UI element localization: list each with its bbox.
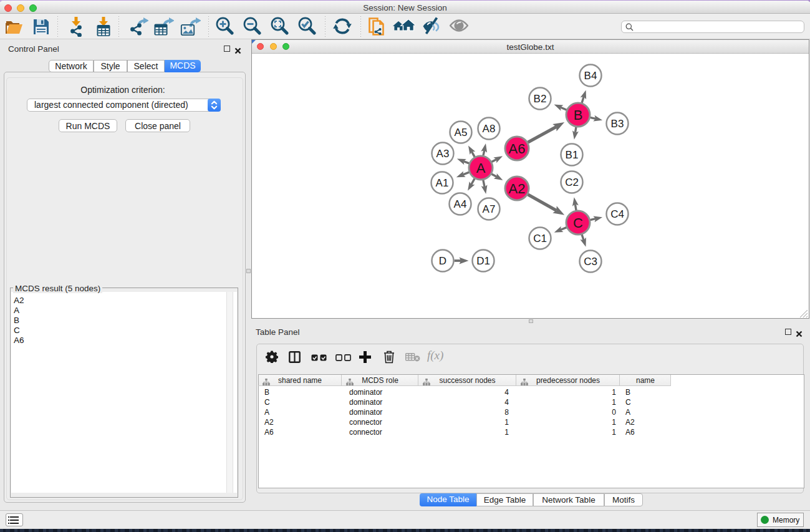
svg-text:A6: A6 [509,141,526,157]
svg-text:A2: A2 [509,181,526,196]
svg-text:C1: C1 [533,233,547,244]
svg-text:C4: C4 [610,208,624,220]
svg-text:A: A [476,160,486,176]
svg-text:A8: A8 [483,123,496,135]
svg-text:A7: A7 [483,203,496,215]
svg-text:C2: C2 [565,177,579,188]
svg-text:D: D [439,255,446,267]
svg-text:B3: B3 [611,118,624,130]
svg-text:A5: A5 [455,127,468,138]
svg-text:B: B [574,107,583,123]
svg-text:B2: B2 [534,93,547,105]
svg-text:C: C [573,215,583,231]
svg-text:C3: C3 [584,256,597,268]
svg-text:A1: A1 [436,177,449,189]
svg-text:D1: D1 [476,255,490,267]
svg-text:A3: A3 [436,148,450,160]
svg-text:B1: B1 [566,149,579,161]
svg-text:B4: B4 [584,70,597,82]
svg-text:A4: A4 [454,198,467,210]
